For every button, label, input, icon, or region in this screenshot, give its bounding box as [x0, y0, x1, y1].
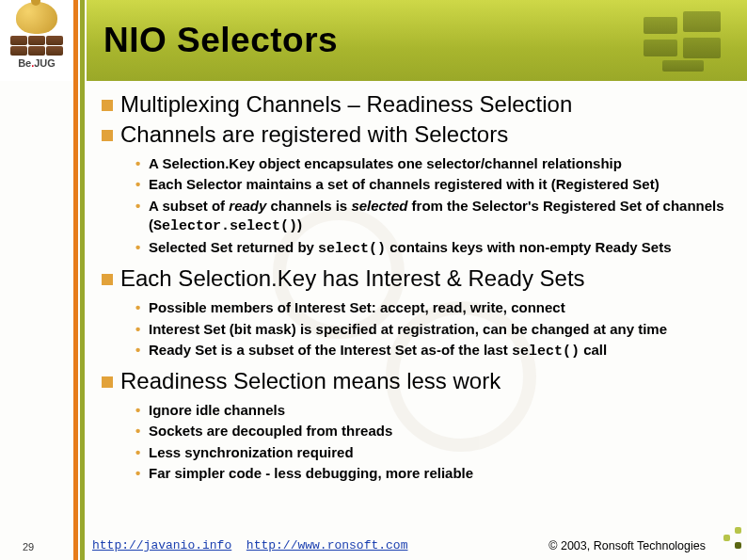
- sub-bullet-item: Each Selector maintains a set of channel…: [135, 175, 739, 194]
- header-band: NIO Selectors: [87, 0, 747, 81]
- section-heading: Each Selection.Key has Interest & Ready …: [102, 264, 739, 293]
- footer-link-1[interactable]: http://javanio.info: [92, 538, 231, 552]
- sub-bullet-item: Ignore idle channels: [135, 401, 739, 420]
- sub-bullet-item: Sockets are decoupled from threads: [135, 422, 739, 440]
- square-bullet-icon: [102, 274, 113, 285]
- accent-stripe-orange: [73, 0, 78, 560]
- sub-bullet-item: ​Selected Set returned by select() conta…: [135, 238, 739, 259]
- accent-stripe-green: [80, 0, 85, 560]
- sub-bullet-item: Possible members of Interest Set: accept…: [135, 298, 739, 317]
- sub-bullet-item: Less synchronization required: [135, 443, 739, 462]
- sub-bullet-list: A Selection.Key object encapsulates one …: [135, 154, 739, 259]
- section-heading-text: Channels are registered with Selectors: [120, 121, 508, 147]
- sub-bullet-list: Possible members of Interest Set: accept…: [135, 298, 739, 361]
- section-heading-text: Multiplexing Channels – Readiness Select…: [120, 91, 572, 117]
- section-heading: Channels are registered with Selectors: [102, 120, 739, 149]
- footer-link-2[interactable]: http://www.ronsoft.com: [246, 538, 408, 552]
- section-heading-text: Each Selection.Key has Interest & Ready …: [120, 265, 585, 291]
- section-heading: Multiplexing Channels – Readiness Select…: [102, 90, 739, 119]
- header-decoration: [634, 6, 738, 75]
- sub-bullet-item: ​A subset of ready channels is selected …: [135, 197, 739, 237]
- footer-links: http://javanio.info http://www.ronsoft.c…: [92, 538, 407, 552]
- sub-bullet-list: Ignore idle channelsSockets are decouple…: [135, 401, 739, 483]
- logo-text-post: JUG: [34, 57, 56, 69]
- sub-bullet-item: Interest Set (bit mask) is specified at …: [135, 320, 739, 339]
- slide-content: Multiplexing Channels – Readiness Select…: [92, 90, 739, 488]
- logo-text-pre: Be: [18, 57, 31, 69]
- square-bullet-icon: [102, 130, 113, 141]
- section-heading-text: Readiness Selection means less work: [120, 368, 501, 393]
- sub-bullet-item: A Selection.Key object encapsulates one …: [135, 154, 739, 173]
- footer-copyright: © 2003, Ronsoft Technologies: [548, 539, 706, 552]
- sub-bullet-item: Far simpler code - less debugging, more …: [135, 464, 739, 483]
- slide-title: NIO Selectors: [103, 21, 338, 60]
- section-heading: Readiness Selection means less work: [102, 367, 739, 395]
- page-number: 29: [23, 541, 34, 552]
- square-bullet-icon: [102, 376, 113, 388]
- sub-bullet-item: ​Ready Set is a subset of the Interest S…: [135, 341, 739, 361]
- bejug-logo: Be.JUG: [8, 2, 66, 75]
- square-bullet-icon: [102, 100, 113, 111]
- logo-area: Be.JUG: [0, 0, 73, 81]
- footer: 29 http://javanio.info http://www.ronsof…: [0, 534, 747, 554]
- corner-decoration: [713, 520, 743, 551]
